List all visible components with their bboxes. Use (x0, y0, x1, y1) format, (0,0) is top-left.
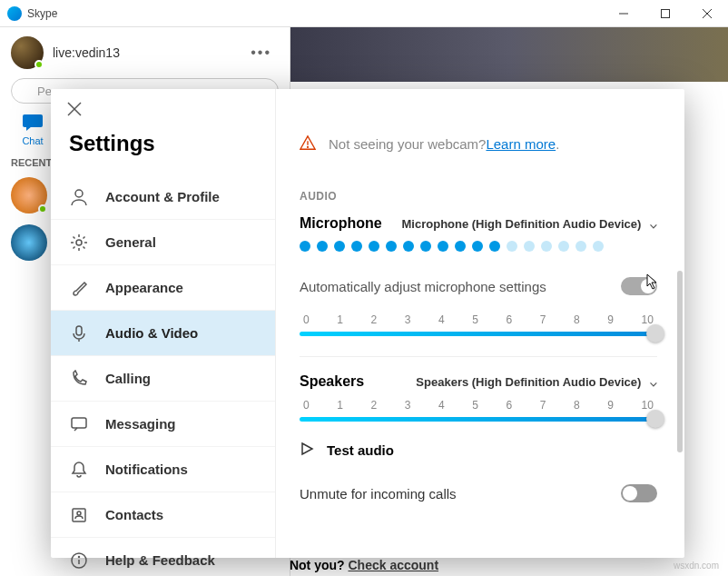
presence-indicator (38, 204, 47, 214)
level-dot (541, 241, 552, 252)
svg-rect-1 (662, 9, 670, 17)
window-close-button[interactable] (686, 0, 728, 27)
webcam-warning-text: Not seeing your webcam? (329, 136, 486, 152)
slider-mark: 8 (574, 399, 580, 412)
nav-account-profile[interactable]: Account & Profile (51, 174, 275, 220)
level-dot (351, 241, 362, 252)
current-user-row[interactable]: live:vedin13 ••• (0, 27, 290, 78)
window-minimize-button[interactable] (603, 0, 644, 27)
nav-general[interactable]: General (51, 220, 275, 265)
svg-marker-7 (26, 126, 32, 131)
username-label: live:vedin13 (53, 45, 243, 60)
level-dot (558, 241, 569, 252)
tab-chats[interactable]: Chat (11, 114, 54, 146)
scrollbar[interactable] (677, 271, 683, 452)
nav-label: Appearance (105, 280, 183, 295)
gear-icon (69, 233, 89, 253)
slider-mark: 5 (472, 313, 478, 326)
more-menu-button[interactable]: ••• (243, 45, 279, 61)
auto-adjust-toggle[interactable] (621, 277, 657, 295)
svg-point-10 (75, 190, 83, 197)
phone-icon (69, 369, 89, 389)
level-dot (576, 241, 586, 252)
speakers-row: Speakers Speakers (High Definition Audio… (300, 373, 657, 390)
webcam-warning-period: . (556, 136, 559, 152)
nav-calling[interactable]: Calling (51, 356, 275, 402)
nav-label: Calling (105, 371, 151, 386)
message-icon (69, 414, 89, 434)
level-dot (300, 241, 310, 252)
video-preview (290, 27, 728, 82)
svg-point-11 (76, 240, 82, 245)
microphone-row: Microphone Microphone (High Definition A… (300, 215, 657, 232)
chat-icon (11, 114, 54, 135)
svg-marker-21 (302, 443, 312, 454)
speakers-volume-slider[interactable] (300, 417, 657, 422)
speakers-device-selector[interactable]: Speakers (High Definition Audio Device) … (416, 375, 657, 389)
avatar (11, 36, 44, 69)
not-you-label: Not you? (290, 558, 349, 572)
check-account-link[interactable]: Check account (348, 558, 438, 572)
unmute-label: Unmute for incoming calls (300, 486, 621, 502)
webcam-warning: Not seeing your webcam? Learn more . (300, 134, 657, 154)
level-dot (593, 241, 604, 252)
window-title: Skype (27, 7, 603, 20)
settings-title: Settings (51, 125, 275, 174)
footer-text: Not you? Check account (0, 558, 728, 572)
nav-messaging[interactable]: Messaging (51, 402, 275, 447)
settings-close-button[interactable] (51, 89, 275, 125)
slider-mark: 3 (405, 399, 411, 412)
slider-mark: 8 (574, 313, 580, 326)
watermark: wsxdn.com (674, 561, 719, 571)
slider-mark: 0 (303, 313, 310, 326)
test-audio-label: Test audio (327, 442, 394, 458)
window-maximize-button[interactable] (644, 0, 686, 27)
nav-audio-video[interactable]: Audio & Video (51, 311, 275, 356)
audio-section-label: AUDIO (300, 190, 657, 203)
svg-rect-13 (72, 418, 86, 428)
level-dot (507, 241, 517, 252)
nav-appearance[interactable]: Appearance (51, 265, 275, 311)
microphone-icon (69, 323, 89, 343)
slider-mark: 9 (607, 399, 614, 412)
slider-mark: 7 (540, 399, 546, 412)
play-icon (300, 442, 314, 459)
window-titlebar: Skype (0, 0, 728, 27)
svg-rect-6 (23, 114, 43, 127)
chevron-down-icon: ⌵ (650, 217, 657, 231)
learn-more-link[interactable]: Learn more (486, 136, 556, 152)
level-dot (472, 241, 483, 252)
nav-notifications[interactable]: Notifications (51, 447, 275, 492)
microphone-volume-slider[interactable] (300, 332, 657, 336)
slider-scale: 012345678910 (300, 313, 657, 326)
slider-mark: 3 (405, 313, 411, 326)
slider-mark: 2 (371, 313, 378, 326)
level-dot (369, 241, 379, 252)
presence-indicator (34, 60, 44, 69)
settings-nav: Settings Account & Profile General Appea… (51, 89, 276, 558)
level-dot (386, 241, 397, 252)
level-dot (317, 241, 328, 252)
nav-label: Contacts (105, 507, 163, 522)
auto-adjust-label: Automatically adjust microphone settings (300, 279, 621, 294)
level-dot (489, 241, 500, 252)
level-dot (334, 241, 345, 252)
nav-contacts[interactable]: Contacts (51, 492, 275, 538)
person-icon (69, 187, 89, 207)
slider-mark: 5 (472, 399, 478, 412)
cursor-icon (646, 273, 659, 293)
contacts-icon (69, 505, 89, 525)
slider-thumb[interactable] (646, 324, 664, 343)
divider (300, 356, 657, 357)
slider-mark: 6 (507, 313, 513, 326)
nav-label: General (105, 234, 156, 250)
slider-thumb[interactable] (646, 410, 664, 428)
test-audio-button[interactable]: Test audio (300, 442, 657, 459)
unmute-toggle[interactable] (621, 484, 657, 502)
settings-content: Not seeing your webcam? Learn more . AUD… (276, 89, 684, 558)
microphone-device-selector[interactable]: Microphone (High Definition Audio Device… (402, 217, 657, 231)
level-dot (438, 241, 448, 252)
svg-point-15 (77, 511, 81, 515)
skype-app-icon (7, 6, 22, 21)
microphone-title: Microphone (300, 215, 402, 232)
